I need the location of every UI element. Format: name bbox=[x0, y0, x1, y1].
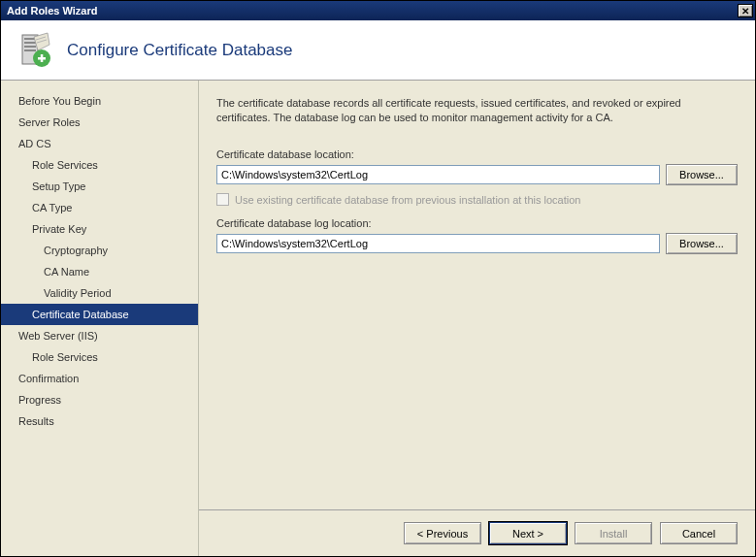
nav-item[interactable]: Results bbox=[1, 410, 198, 432]
db-location-input[interactable] bbox=[216, 165, 660, 184]
previous-button[interactable]: < Previous bbox=[404, 522, 481, 544]
close-icon: ✕ bbox=[741, 6, 749, 16]
svg-rect-2 bbox=[24, 42, 36, 44]
nav-item[interactable]: Cryptography bbox=[1, 240, 198, 261]
log-location-label: Certificate database log location: bbox=[216, 217, 738, 229]
svg-rect-3 bbox=[24, 46, 36, 48]
nav-item[interactable]: Certificate Database bbox=[1, 304, 198, 325]
titlebar: Add Roles Wizard ✕ bbox=[1, 1, 755, 20]
page-title: Configure Certificate Database bbox=[67, 41, 292, 60]
db-location-label: Certificate database location: bbox=[216, 148, 738, 160]
nav-item[interactable]: Confirmation bbox=[1, 368, 198, 389]
nav-item[interactable]: AD CS bbox=[1, 133, 198, 154]
log-location-input[interactable] bbox=[216, 234, 660, 253]
window-title: Add Roles Wizard bbox=[7, 5, 738, 16]
install-button: Install bbox=[575, 522, 652, 544]
nav-item[interactable]: Before You Begin bbox=[1, 90, 198, 112]
browse-log-button[interactable]: Browse... bbox=[666, 233, 738, 254]
wizard-content: The certificate database records all cer… bbox=[199, 81, 755, 509]
nav-item[interactable]: Server Roles bbox=[1, 112, 198, 133]
next-button[interactable]: Next > bbox=[489, 522, 567, 544]
nav-item[interactable]: CA Name bbox=[1, 261, 198, 282]
nav-item[interactable]: Role Services bbox=[1, 346, 198, 368]
server-role-icon bbox=[15, 31, 53, 70]
wizard-nav-sidebar: Before You BeginServer RolesAD CSRole Se… bbox=[1, 81, 199, 556]
svg-rect-4 bbox=[24, 49, 36, 51]
nav-item[interactable]: CA Type bbox=[1, 197, 198, 218]
nav-item[interactable]: Web Server (IIS) bbox=[1, 325, 198, 346]
nav-item[interactable]: Validity Period bbox=[1, 282, 198, 304]
description-text: The certificate database records all cer… bbox=[216, 96, 738, 125]
close-button[interactable]: ✕ bbox=[738, 4, 753, 17]
nav-item[interactable]: Private Key bbox=[1, 218, 198, 240]
nav-item[interactable]: Progress bbox=[1, 389, 198, 410]
nav-item[interactable]: Role Services bbox=[1, 154, 198, 176]
wizard-footer: < Previous Next > Install Cancel bbox=[199, 509, 755, 556]
nav-item[interactable]: Setup Type bbox=[1, 176, 198, 197]
use-existing-checkbox-label: Use existing certificate database from p… bbox=[235, 194, 580, 206]
wizard-header: Configure Certificate Database bbox=[1, 20, 755, 81]
browse-db-button[interactable]: Browse... bbox=[666, 164, 738, 185]
use-existing-checkbox-row: Use existing certificate database from p… bbox=[216, 193, 738, 206]
svg-rect-9 bbox=[41, 54, 44, 62]
use-existing-checkbox bbox=[216, 193, 229, 206]
cancel-button[interactable]: Cancel bbox=[660, 522, 738, 544]
